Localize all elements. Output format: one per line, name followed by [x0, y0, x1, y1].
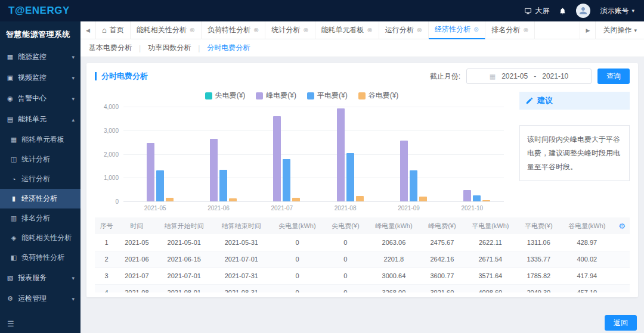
sidebar-item-inspection-mgmt[interactable]: ⚙运检管理▾ [0, 288, 80, 309]
bar-valley-fee[interactable] [482, 200, 490, 201]
back-button[interactable]: 返回 [605, 315, 637, 331]
table-cell: 428.97 [560, 234, 614, 251]
legend-item-peak-fee[interactable]: 峰电费(¥) [256, 91, 296, 101]
bar-valley-fee[interactable] [166, 198, 174, 201]
bar-peak-fee[interactable] [400, 141, 408, 201]
bar-flat-fee[interactable] [410, 170, 417, 201]
avatar[interactable] [576, 4, 590, 18]
tab-ranking-analysis[interactable]: 排名分析⊗ [485, 21, 535, 39]
bar-flat-fee[interactable] [219, 170, 227, 201]
table-row[interactable]: 42021-082021-08-012021-08-31003268.00392… [95, 284, 630, 292]
bar-flat-fee[interactable] [156, 170, 164, 201]
chevron-down-icon: ▾ [72, 75, 75, 81]
subtab-power-factor-analysis[interactable]: 功率因数分析 [148, 43, 191, 53]
sidebar-item-label: 能耗单元 [18, 114, 47, 125]
query-button[interactable]: 查询 [597, 69, 630, 84]
gear-icon[interactable]: ⚙ [618, 222, 626, 231]
legend-swatch [256, 92, 263, 99]
legend-item-flat-fee[interactable]: 平电费(¥) [307, 91, 348, 101]
chevron-down-icon: ▾ [72, 275, 75, 281]
tab-statistics-analysis[interactable]: 统计分析⊗ [265, 21, 315, 39]
tab-close-icon[interactable]: ⊗ [190, 26, 195, 34]
sidebar-item-economic-analysis[interactable]: ▮经济性分析 [0, 189, 80, 208]
bar-flat-fee[interactable] [283, 159, 290, 201]
legend-label: 谷电费(¥) [369, 91, 399, 101]
tab-close-icon[interactable]: ⊗ [367, 26, 373, 34]
sidebar-item-ranking-analysis[interactable]: ▥排名分析 [0, 208, 80, 228]
bar-valley-fee[interactable] [356, 196, 364, 201]
sidebar-item-statistics-analysis[interactable]: ◫统计分析 [0, 150, 80, 169]
tab-scroll-left-icon[interactable]: ◀ [80, 21, 96, 39]
x-axis-labels: 2021-052021-062021-072021-082021-092021-… [123, 202, 504, 211]
table-cell [614, 284, 630, 292]
sidebar-item-unit-board[interactable]: ▦能耗单元看板 [0, 130, 80, 150]
bar-peak-fee[interactable] [210, 139, 218, 201]
tab-scroll-right-icon[interactable]: ▶ [580, 21, 595, 39]
collapse-menu-icon[interactable]: ☰ [7, 319, 14, 328]
bar-flat-fee[interactable] [346, 153, 354, 201]
sidebar-item-energy-unit[interactable]: ▤能耗单元▴ [0, 109, 80, 130]
sidebar-item-video-monitor[interactable]: ▣视频监控▾ [0, 67, 80, 88]
app-title: 智慧能源管理系统 [0, 21, 80, 46]
sidebar-menu: ▦能源监控▾▣视频监控▾◉告警中心▾▤能耗单元▴▦能耗单元看板◫统计分析◔运行分… [0, 46, 80, 315]
sidebar-item-operation-analysis[interactable]: ◔运行分析 [0, 169, 80, 189]
legend-label: 平电费(¥) [317, 91, 348, 101]
tab-home[interactable]: ⌂首页 [96, 21, 131, 39]
table-cell: 2021-05-31 [213, 234, 270, 251]
bar-peak-fee[interactable] [337, 108, 345, 201]
legend-item-sharp-fee[interactable]: 尖电费(¥) [205, 91, 246, 101]
close-operations-dropdown[interactable]: 关闭操作 ▾ [595, 21, 644, 39]
account-menu[interactable]: 演示账号 ▾ [600, 6, 634, 16]
tab-economic-analysis[interactable]: 经济性分析⊗ [429, 21, 485, 39]
legend-item-valley-fee[interactable]: 谷电费(¥) [358, 91, 399, 101]
tab-load-characteristic[interactable]: 负荷特性分析⊗ [202, 21, 265, 39]
sidebar-item-report-service[interactable]: ▧报表服务▾ [0, 267, 80, 288]
month-range-picker[interactable]: ▦ 2021-05 - 2021-10 [466, 69, 592, 84]
column-header: 序号 [95, 217, 118, 234]
notifications-button[interactable] [559, 7, 566, 15]
legend-label: 尖电费(¥) [215, 91, 246, 101]
bar-valley-fee[interactable] [292, 198, 300, 201]
table-cell: 400.02 [560, 251, 614, 267]
tab-unit-board[interactable]: 能耗单元看板⊗ [315, 21, 379, 39]
report-icon: ▧ [6, 274, 14, 282]
table-cell: 417.94 [560, 267, 614, 284]
table-cell: 2201.8 [367, 251, 421, 267]
bar-peak-fee[interactable] [463, 190, 471, 201]
sidebar-item-alarm-center[interactable]: ◉告警中心▾ [0, 88, 80, 109]
big-screen-button[interactable]: 大屏 [524, 6, 549, 16]
table-row[interactable]: 32021-072021-07-012021-07-31003000.64360… [95, 267, 630, 284]
table-cell: 3571.64 [463, 267, 518, 284]
tab-close-icon[interactable]: ⊗ [253, 26, 259, 34]
bar-valley-fee[interactable] [419, 197, 427, 201]
table-cell: 2021-06-15 [156, 251, 213, 267]
chart-section: 尖电费(¥)峰电费(¥)平电费(¥)谷电费(¥) 4,0003,0002,000… [86, 89, 638, 211]
subtab-tou-fee-analysis[interactable]: 分时电费分析 [207, 43, 250, 53]
tab-close-icon[interactable]: ⊗ [523, 26, 528, 34]
tab-correlation-analysis[interactable]: 能耗相关性分析⊗ [131, 21, 202, 39]
bar-valley-fee[interactable] [229, 198, 237, 201]
inspection-icon: ⚙ [6, 295, 14, 303]
table-cell: 2642.16 [421, 251, 463, 267]
x-axis-label: 2021-05 [123, 202, 187, 211]
table-cell: 0 [270, 267, 324, 284]
sidebar-item-front-system[interactable]: ⬒前置系统▾ [0, 309, 80, 315]
table-row[interactable]: 12021-052021-05-012021-05-31002063.06247… [95, 234, 630, 251]
subtab-basic-fee-analysis[interactable]: 基本电费分析 [89, 43, 132, 53]
sidebar-item-load-characteristic[interactable]: ◧负荷特性分析 [0, 248, 80, 267]
bar-group [250, 107, 314, 201]
tab-close-icon[interactable]: ⊗ [303, 26, 308, 34]
sidebar-item-energy-monitor[interactable]: ▦能源监控▾ [0, 46, 80, 67]
table-row[interactable]: 22021-062021-06-152021-07-01002201.82642… [95, 251, 630, 267]
load-icon: ◧ [10, 254, 18, 262]
sidebar-item-label: 告警中心 [18, 94, 47, 104]
tab-operation-analysis[interactable]: 运行分析⊗ [379, 21, 429, 39]
tab-close-icon[interactable]: ⊗ [473, 26, 479, 33]
bar-flat-fee[interactable] [473, 195, 481, 201]
sidebar-item-correlation-analysis[interactable]: ◈能耗相关性分析 [0, 228, 80, 248]
tab-close-icon[interactable]: ⊗ [417, 26, 422, 34]
energy-monitor-icon: ▦ [6, 53, 14, 61]
bar-peak-fee[interactable] [147, 143, 154, 201]
bar-peak-fee[interactable] [273, 116, 281, 201]
tab-label: 能耗相关性分析 [137, 25, 187, 35]
